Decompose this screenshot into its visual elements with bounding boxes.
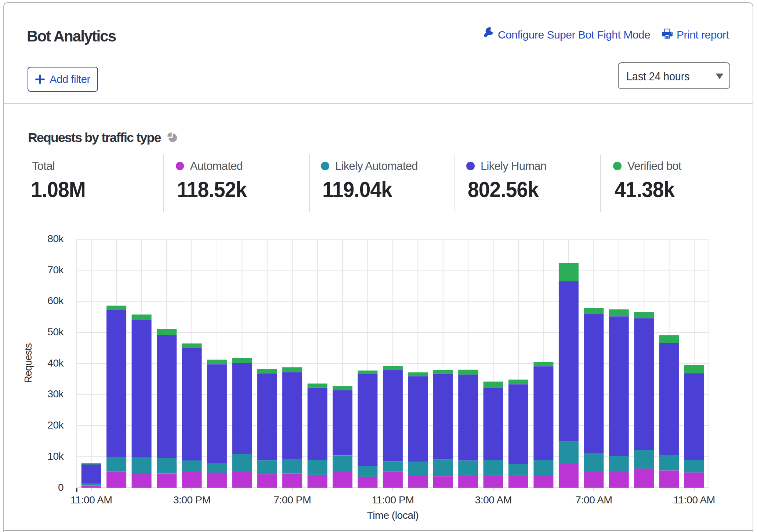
svg-text:7:00 AM: 7:00 AM	[575, 494, 612, 506]
svg-text:30k: 30k	[47, 388, 64, 400]
svg-text:11:00 AM: 11:00 AM	[70, 494, 112, 506]
svg-text:7:00 PM: 7:00 PM	[274, 494, 311, 506]
svg-text:3:00 PM: 3:00 PM	[173, 494, 210, 506]
svg-text:10k: 10k	[47, 451, 64, 462]
svg-text:80k: 80k	[47, 233, 64, 244]
svg-text:50k: 50k	[47, 326, 64, 338]
svg-text:20k: 20k	[47, 419, 64, 431]
svg-text:Time (local): Time (local)	[367, 509, 419, 521]
svg-text:Requests: Requests	[22, 343, 34, 383]
svg-text:0: 0	[58, 482, 64, 493]
svg-text:11:00 AM: 11:00 AM	[673, 494, 715, 506]
svg-text:3:00 AM: 3:00 AM	[475, 494, 511, 506]
svg-text:70k: 70k	[47, 264, 64, 276]
svg-text:60k: 60k	[47, 295, 64, 306]
svg-text:11:00 PM: 11:00 PM	[372, 494, 414, 506]
svg-text:40k: 40k	[47, 357, 64, 369]
